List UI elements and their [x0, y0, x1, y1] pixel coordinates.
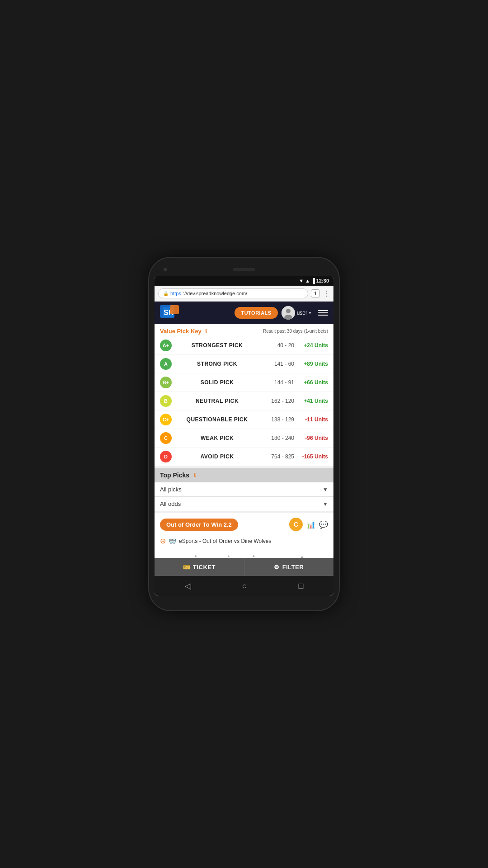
svg-rect-3 [170, 305, 179, 314]
pick-row: D AVOID PICK 764 - 825 -165 Units [155, 448, 333, 466]
pick-row: B NEUTRAL PICK 162 - 120 +41 Units [155, 392, 333, 410]
event-text: eSports - Out of Order vs Dine Wolves [179, 538, 272, 544]
pick-row: A STRONG PICK 141 - 60 +89 Units [155, 355, 333, 373]
grade-badge: C+ [160, 414, 172, 425]
recent-apps-button[interactable]: □ [298, 581, 303, 591]
browser-menu-icon[interactable]: ⋮ [323, 289, 330, 298]
browser-bar: 🔒 https ://dev.spreadknowledge.com/ 1 ⋮ [155, 286, 333, 302]
picks-dropdown-arrow: ▼ [323, 486, 328, 493]
filter-label: FILTER [282, 564, 304, 571]
grade-badge: A+ [160, 340, 172, 351]
pick-units: +24 Units [294, 342, 328, 349]
pick-record: 144 - 91 [263, 379, 294, 386]
pick-card: Out of Order To Win 2.2 C 📊 💬 ⊕ 🥽 eSport… [155, 513, 333, 558]
pick-name: STRONGEST PICK [172, 342, 263, 349]
url-https: https [170, 291, 181, 296]
pick-units: -96 Units [294, 435, 328, 441]
grade-badge: B [160, 395, 172, 407]
back-button[interactable]: ◁ [185, 581, 191, 591]
status-icons: ▼ ▲ ▐ 12:30 [299, 278, 329, 283]
svg-text:L: L [195, 554, 197, 558]
pick-row: A+ STRONGEST PICK 40 - 20 +24 Units [155, 336, 333, 355]
home-button[interactable]: ○ [242, 581, 247, 591]
main-content: Value Pick Key ℹ Result past 30 days (1-… [155, 324, 333, 558]
pick-record: 141 - 60 [263, 361, 294, 367]
camera [164, 268, 167, 271]
chart-area: L L L L W W [155, 549, 333, 558]
grade-badge: C [160, 432, 172, 444]
odds-dropdown[interactable]: All odds ▼ [155, 497, 333, 511]
user-area[interactable]: user ▾ [282, 306, 311, 320]
chart-icon[interactable]: 📊 [306, 520, 315, 529]
phone-screen: ▼ ▲ ▐ 12:30 🔒 https ://dev.spreadknowled… [155, 276, 333, 596]
nav-bar: ◁ ○ □ [155, 576, 333, 596]
chat-icon[interactable]: 💬 [319, 520, 328, 529]
grade-badge: C [289, 518, 303, 531]
battery-icon: ▐ [311, 278, 315, 283]
pick-name: SOLID PICK [172, 379, 263, 386]
filter-icon: ⚙ [274, 564, 280, 571]
tutorials-button[interactable]: TUTORIALS [235, 307, 277, 319]
hamburger-menu-button[interactable] [318, 310, 328, 316]
info-icon: ℹ [205, 328, 207, 335]
pick-name: WEAK PICK [172, 435, 263, 441]
grade-badge: A [160, 358, 172, 370]
url-domain: ://dev.spreadknowledge.com/ [183, 291, 247, 296]
odds-dropdown-arrow: ▼ [323, 501, 328, 507]
pick-tag[interactable]: Out of Order To Win 2.2 [160, 519, 238, 531]
tab-button[interactable]: 1 [311, 289, 320, 297]
goggles-icon: 🥽 [169, 538, 176, 545]
avatar [282, 306, 295, 320]
filter-button[interactable]: ⚙ FILTER [244, 558, 334, 576]
bottom-bar: 🎫 TICKET ⚙ FILTER [155, 558, 333, 576]
pick-chart: L L L L W W [160, 552, 328, 558]
svg-point-5 [286, 309, 291, 313]
speaker [233, 268, 255, 271]
picks-dropdown[interactable]: All picks ▼ [155, 482, 333, 497]
pick-units: -165 Units [294, 453, 328, 460]
pick-name: QUESTIONABLE PICK [172, 416, 263, 423]
user-label: user [297, 310, 307, 316]
pick-units: -11 Units [294, 416, 328, 423]
svg-text:W: W [301, 556, 304, 558]
pick-name: AVOID PICK [172, 453, 263, 460]
pick-record: 764 - 825 [263, 453, 294, 460]
signal-icon: ▲ [305, 278, 310, 283]
time-display: 12:30 [316, 278, 329, 283]
pick-row: C WEAK PICK 180 - 240 -96 Units [155, 429, 333, 448]
pick-key-section: Value Pick Key ℹ Result past 30 days (1-… [155, 324, 333, 466]
app-header: SK TUTORIALS user ▾ [155, 302, 333, 324]
top-picks-header: Top Picks ℹ [155, 468, 333, 482]
pick-rows-container: A+ STRONGEST PICK 40 - 20 +24 Units A ST… [155, 336, 333, 466]
url-bar[interactable]: 🔒 https ://dev.spreadknowledge.com/ [158, 288, 308, 298]
pick-card-header: Out of Order To Win 2.2 C 📊 💬 [155, 513, 333, 535]
pick-record: 40 - 20 [263, 342, 294, 349]
chevron-down-icon: ▾ [309, 311, 311, 315]
plus-icon[interactable]: ⊕ [160, 537, 166, 545]
pick-units: +41 Units [294, 398, 328, 404]
pick-units: +89 Units [294, 361, 328, 367]
top-picks-info-icon: ℹ [194, 472, 196, 478]
pick-units: +66 Units [294, 379, 328, 386]
pick-event: ⊕ 🥽 eSports - Out of Order vs Dine Wolve… [155, 535, 333, 549]
grade-badge: B+ [160, 377, 172, 388]
ticket-button[interactable]: 🎫 TICKET [155, 558, 244, 576]
pick-key-header: Value Pick Key ℹ Result past 30 days (1-… [155, 324, 333, 336]
pick-record: 180 - 240 [263, 435, 294, 441]
svg-text:L: L [228, 554, 230, 558]
phone-bottom [155, 596, 333, 605]
picks-dropdown-label: All picks [160, 486, 182, 493]
pick-record: 162 - 120 [263, 398, 294, 404]
pick-record: 138 - 129 [263, 416, 294, 423]
pick-name: STRONG PICK [172, 361, 263, 367]
odds-dropdown-label: All odds [160, 500, 181, 507]
lock-icon: 🔒 [163, 291, 169, 296]
pick-key-title: Value Pick Key [160, 328, 202, 335]
phone-frame: ▼ ▲ ▐ 12:30 🔒 https ://dev.spreadknowled… [149, 258, 339, 610]
pick-name: NEUTRAL PICK [172, 398, 263, 404]
status-bar: ▼ ▲ ▐ 12:30 [155, 276, 333, 286]
result-label: Result past 30 days (1-unit bets) [263, 329, 328, 334]
pick-row: C+ QUESTIONABLE PICK 138 - 129 -11 Units [155, 410, 333, 429]
svg-text:L: L [253, 554, 255, 558]
wifi-icon: ▼ [299, 278, 304, 283]
